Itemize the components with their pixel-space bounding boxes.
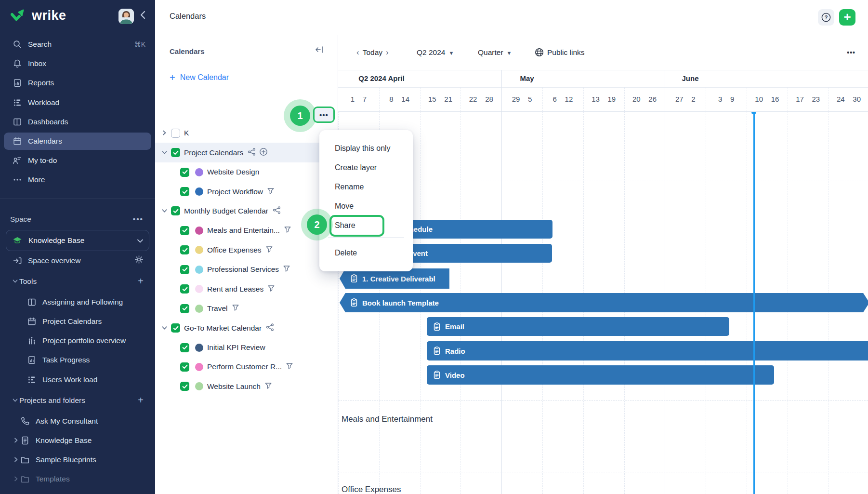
- calendar-tree-item-initial-kpi-review[interactable]: Initial KPI Review: [155, 338, 338, 357]
- sidebar-item-dashboards[interactable]: Dashboards: [0, 112, 155, 132]
- sidebar-item-more[interactable]: More: [0, 170, 155, 189]
- sidebar-item-project-portfolio-overview[interactable]: Project portfolio overview: [0, 331, 155, 350]
- prev-icon[interactable]: ‹: [356, 48, 359, 57]
- period-selector[interactable]: Q2 2024 ▼: [417, 35, 454, 70]
- enter-icon: [13, 256, 22, 266]
- checkbox-checked[interactable]: [171, 206, 180, 215]
- calendar-label: K: [184, 129, 189, 137]
- filter-icon[interactable]: [232, 304, 239, 313]
- checkbox-checked[interactable]: [180, 284, 189, 294]
- topbar: Calendars ? +: [155, 0, 868, 35]
- menu-item-create-layer[interactable]: Create layer: [319, 158, 413, 177]
- sidebar-item-templates[interactable]: Templates: [0, 469, 155, 489]
- calendar-tree-item-perform-customer-r[interactable]: Perform Customer R...: [155, 357, 338, 376]
- bar-label: Email: [445, 322, 464, 331]
- sidebar-item-knowledge-base[interactable]: Knowledge Base: [0, 431, 155, 450]
- add-icon[interactable]: +: [138, 395, 144, 406]
- filter-icon[interactable]: [265, 382, 272, 391]
- gantt-bar-book-launch-template[interactable]: Book launch Template: [340, 293, 868, 312]
- sidebar-item-assigning-and-following[interactable]: Assigning and Following: [0, 293, 155, 312]
- calendar-icon: [13, 136, 22, 146]
- avatar[interactable]: [118, 9, 134, 24]
- sidebar-item-my-to-do[interactable]: My to-do: [0, 151, 155, 170]
- checkbox-checked[interactable]: [171, 148, 180, 157]
- filter-icon[interactable]: [283, 265, 290, 274]
- space-more-icon[interactable]: •••: [133, 215, 144, 224]
- checkbox-checked[interactable]: [180, 187, 189, 196]
- next-icon[interactable]: ›: [386, 48, 389, 57]
- week-grid-line: [420, 87, 421, 111]
- zoom-selector[interactable]: Quarter ▼: [478, 35, 512, 70]
- sidebar-item-search[interactable]: Search⌘K: [0, 35, 155, 54]
- share-icon[interactable]: [248, 148, 256, 158]
- sidebar-item-workload[interactable]: Workload: [0, 93, 155, 112]
- sidebar-item-users-work-load[interactable]: Users Work load: [0, 370, 155, 389]
- calendar-tree-item-travel[interactable]: Travel: [155, 299, 338, 318]
- space-selector[interactable]: Knowledge Base: [6, 230, 149, 251]
- menu-item-rename[interactable]: Rename: [319, 177, 413, 197]
- checkbox-checked[interactable]: [180, 362, 189, 372]
- checkbox-checked[interactable]: [180, 168, 189, 177]
- menu-item-display-this-only[interactable]: Display this only: [319, 139, 413, 158]
- checkbox-checked[interactable]: [180, 226, 189, 235]
- chevron-down-icon[interactable]: [162, 207, 168, 215]
- add-button[interactable]: +: [839, 9, 855, 26]
- add-layer-icon[interactable]: [259, 147, 268, 158]
- chevron-down-icon[interactable]: [162, 148, 168, 157]
- new-calendar-button[interactable]: + New Calendar: [155, 67, 338, 89]
- chevron-down-icon[interactable]: [162, 324, 168, 333]
- filter-icon[interactable]: [268, 285, 275, 294]
- public-links-button[interactable]: Public links: [535, 35, 585, 70]
- calendar-tree-item-website-design[interactable]: Website Design: [155, 162, 338, 182]
- calendar-more-button[interactable]: •••: [313, 107, 335, 123]
- sidebar-item-sample-blueprints[interactable]: Sample Blueprints: [0, 450, 155, 469]
- add-icon[interactable]: +: [138, 276, 144, 287]
- today-button[interactable]: Today: [363, 48, 382, 57]
- calendar-tree-item-office-expenses[interactable]: Office Expenses: [155, 240, 338, 260]
- checkbox-checked[interactable]: [180, 265, 189, 274]
- calendar-tree-item-project-calendars[interactable]: Project Calendars: [155, 143, 338, 162]
- sidebar-item-reports[interactable]: Reports: [0, 73, 155, 93]
- checkbox-checked[interactable]: [171, 323, 180, 333]
- calendar-tree-item-professional-services[interactable]: Professional Services: [155, 260, 338, 279]
- share-icon[interactable]: [273, 206, 281, 216]
- timeline-more-button[interactable]: •••: [847, 35, 855, 70]
- week-grid-line: [583, 87, 584, 111]
- bell-icon: [13, 59, 22, 68]
- gantt-bar-email[interactable]: Email: [427, 317, 729, 336]
- chevron-right-icon[interactable]: [162, 129, 168, 137]
- collapse-panel-icon[interactable]: [316, 46, 323, 55]
- gantt-bar-1-creative-deliverabl[interactable]: 1. Creative Deliverabl: [340, 268, 449, 289]
- filter-icon[interactable]: [267, 187, 274, 196]
- sidebar-item-task-progress[interactable]: Task Progress: [0, 350, 155, 370]
- menu-item-delete[interactable]: Delete: [319, 243, 413, 263]
- portfolio-icon: [27, 336, 37, 346]
- calendar-tree-item-rent-and-leases[interactable]: Rent and Leases: [155, 280, 338, 299]
- checkbox-checked[interactable]: [180, 304, 189, 313]
- sidebar-item-ask-my-consultant[interactable]: Ask My Consultant: [0, 412, 155, 431]
- gantt-bar-video[interactable]: Video: [427, 365, 774, 385]
- calendar-tree-item-website-launch[interactable]: Website Launch: [155, 377, 338, 396]
- sidebar-item-inbox[interactable]: Inbox: [0, 54, 155, 73]
- checkbox-unchecked[interactable]: [171, 129, 180, 138]
- gear-icon[interactable]: [134, 255, 144, 266]
- filter-icon[interactable]: [284, 226, 291, 235]
- sidebar-item-projects-and-folders[interactable]: Projects and folders+: [0, 389, 155, 412]
- sidebar-item-calendars[interactable]: Calendars: [0, 132, 155, 151]
- checkbox-checked[interactable]: [180, 382, 189, 391]
- sidebar-collapse-icon[interactable]: [140, 11, 145, 21]
- filter-icon[interactable]: [286, 362, 293, 371]
- help-button[interactable]: ?: [818, 9, 834, 26]
- sidebar-item-project-calendars[interactable]: Project Calendars: [0, 312, 155, 331]
- sidebar-item-space-overview[interactable]: Space overview: [0, 251, 155, 270]
- calendar-tree-item-project-workflow[interactable]: Project Workflow: [155, 182, 338, 201]
- gantt-bar-radio[interactable]: Radio: [427, 341, 868, 360]
- checkbox-checked[interactable]: [180, 245, 189, 254]
- sidebar-item-tools[interactable]: Tools+: [0, 270, 155, 293]
- filter-icon[interactable]: [266, 246, 273, 254]
- share-icon[interactable]: [266, 323, 274, 333]
- menu-item-share[interactable]: Share: [319, 216, 413, 235]
- checkbox-checked[interactable]: [180, 343, 189, 352]
- menu-item-move[interactable]: Move: [319, 197, 413, 216]
- calendar-tree-item-go-to-market-calendar[interactable]: Go-To Market Calendar: [155, 318, 338, 337]
